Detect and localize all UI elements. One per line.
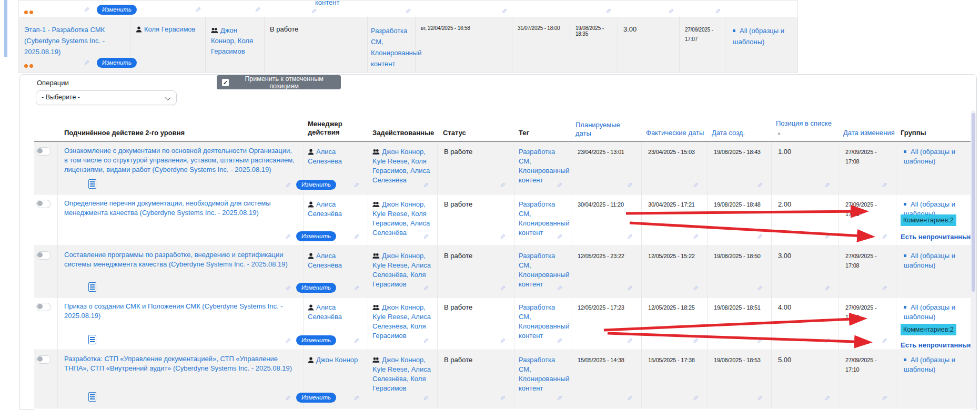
edit-pencil-icon[interactable]: ✎	[882, 395, 887, 402]
edit-pencil-icon[interactable]: ✎	[501, 8, 507, 15]
involved-link[interactable]: Джон Коннор, Kyle Reese, Алиса Селезнёва…	[372, 252, 431, 288]
edit-pencil-icon[interactable]: ✎	[500, 233, 506, 240]
document-icon[interactable]	[88, 179, 96, 189]
edit-pencil-icon[interactable]: ✎	[824, 337, 830, 344]
edit-pencil-icon[interactable]: ✎	[757, 233, 763, 240]
document-icon[interactable]	[88, 335, 96, 344]
edit-pencil-icon[interactable]: ✎	[353, 285, 359, 292]
edit-pencil-icon[interactable]: ✎	[627, 395, 633, 402]
edit-pencil-icon[interactable]: ✎	[757, 182, 763, 189]
edit-pencil-icon[interactable]: ✎	[757, 337, 763, 344]
row-toggle[interactable]	[36, 251, 51, 260]
edit-pencil-icon[interactable]: ✎	[353, 233, 359, 240]
operations-select[interactable]: - Выберите -	[36, 90, 177, 105]
edit-button[interactable]: Изменить	[97, 5, 137, 15]
document-icon[interactable]	[88, 282, 96, 292]
edit-pencil-icon[interactable]: ✎	[693, 233, 699, 240]
apply-to-marked-button[interactable]: ✓ Применить к отмеченным позициям	[217, 75, 341, 89]
manager-link[interactable]: Джон Коннор	[316, 356, 358, 364]
row-toggle[interactable]	[36, 200, 51, 208]
document-icon[interactable]	[88, 392, 96, 402]
group-link[interactable]: All (образцы и шаблоны)	[733, 27, 784, 46]
action-title-link[interactable]: Разработка: СТП «Управление документацие…	[64, 354, 296, 373]
header-modified-sort[interactable]: Дата изменения	[843, 129, 895, 137]
edit-pencil-icon[interactable]: ✎	[824, 182, 830, 189]
edit-pencil-icon[interactable]: ✎	[353, 395, 359, 402]
manager-link[interactable]: Коля Герасимов	[144, 25, 195, 33]
involved-link[interactable]: Джон Коннор, Kyle Reese, Алиса Селезнёва…	[372, 356, 431, 392]
edit-pencil-icon[interactable]: ✎	[285, 285, 291, 292]
edit-pencil-icon[interactable]: ✎	[557, 233, 562, 240]
involved-link[interactable]: Джон Коннор, Kyle Reese, Коля Герасимов,…	[372, 200, 430, 237]
edit-pencil-icon[interactable]: ✎	[882, 337, 887, 344]
tag-link-clipped[interactable]: контент	[315, 0, 339, 6]
edit-pencil-icon[interactable]: ✎	[405, 8, 411, 15]
vertical-scrollbar[interactable]	[971, 110, 976, 409]
edit-pencil-icon[interactable]: ✎	[757, 285, 763, 292]
edit-pencil-icon[interactable]: ✎	[423, 337, 429, 344]
header-position-sort[interactable]: Позиция в списке	[776, 119, 832, 127]
group-link[interactable]: All (образцы и шаблоны)	[904, 148, 955, 165]
edit-pencil-icon[interactable]: ✎	[500, 285, 506, 292]
involved-link[interactable]: Джон Коннор, Kyle Reese, Алиса Селезнёва…	[372, 303, 431, 340]
edit-pencil-icon[interactable]: ✎	[693, 395, 699, 402]
tag-link[interactable]: Разработка СМ, Клонированный контент	[519, 200, 569, 237]
edit-pencil-icon[interactable]: ✎	[500, 337, 506, 344]
edit-pencil-icon[interactable]: ✎	[195, 6, 201, 13]
action-title-link[interactable]: Ознакомление с документами по основной д…	[64, 146, 296, 175]
edit-pencil-icon[interactable]: ✎	[693, 337, 699, 344]
tag-link[interactable]: Разработка СМ, Клонированный контент	[371, 27, 421, 68]
tag-link[interactable]: Разработка СМ, Клонированный контент	[519, 148, 569, 184]
edit-pencil-icon[interactable]: ✎	[500, 182, 506, 189]
edit-pencil-icon[interactable]: ✎	[285, 182, 291, 189]
edit-pencil-icon[interactable]: ✎	[285, 337, 291, 344]
edit-pencil-icon[interactable]: ✎	[285, 233, 291, 240]
scrollbar-thumb[interactable]	[972, 113, 975, 292]
edit-pencil-icon[interactable]: ✎	[84, 59, 89, 66]
edit-pencil-icon[interactable]: ✎	[423, 182, 429, 189]
header-planned-sort[interactable]: Планируемые даты	[575, 121, 628, 138]
edit-pencil-icon[interactable]: ✎	[500, 395, 506, 402]
edit-pencil-icon[interactable]: ✎	[311, 8, 317, 15]
edit-pencil-icon[interactable]: ✎	[255, 6, 260, 13]
edit-pencil-icon[interactable]: ✎	[557, 395, 562, 402]
edit-pencil-icon[interactable]: ✎	[84, 6, 89, 13]
tag-link[interactable]: Разработка СМ, Клонированный контент	[519, 356, 569, 392]
header-actual-sort[interactable]: Фактические даты	[646, 129, 704, 137]
edit-pencil-icon[interactable]: ✎	[693, 285, 699, 292]
edit-pencil-icon[interactable]: ✎	[557, 182, 562, 189]
edit-pencil-icon[interactable]: ✎	[627, 233, 633, 240]
edit-pencil-icon[interactable]: ✎	[882, 285, 887, 292]
action-title-link[interactable]: Определение перечня документации, необхо…	[64, 199, 296, 218]
edit-pencil-icon[interactable]: ✎	[693, 182, 699, 189]
involved-link[interactable]: Джон Коннор, Kyle Reese, Коля Герасимов,…	[372, 148, 430, 184]
edit-pencil-icon[interactable]: ✎	[882, 233, 887, 240]
edit-pencil-icon[interactable]: ✎	[824, 395, 830, 402]
group-link[interactable]: All (образцы и шаблоны)	[904, 252, 955, 269]
action-title-link[interactable]: Составление программы по разработке, вне…	[64, 250, 296, 269]
tag-link[interactable]: Разработка СМ, Клонированный контент	[519, 252, 569, 288]
tag-link[interactable]: Разработка СМ, Клонированный контент	[519, 303, 569, 340]
edit-pencil-icon[interactable]: ✎	[824, 233, 830, 240]
edit-pencil-icon[interactable]: ✎	[627, 182, 633, 189]
header-created-sort[interactable]: Дата созд.	[712, 129, 745, 137]
row-toggle[interactable]	[36, 147, 51, 156]
group-link[interactable]: All (образцы и шаблоны)	[904, 356, 955, 373]
edit-pencil-icon[interactable]: ✎	[557, 285, 562, 292]
edit-pencil-icon[interactable]: ✎	[668, 8, 674, 15]
edit-pencil-icon[interactable]: ✎	[627, 337, 633, 344]
edit-pencil-icon[interactable]: ✎	[824, 285, 830, 292]
edit-pencil-icon[interactable]: ✎	[882, 182, 887, 189]
edit-pencil-icon[interactable]: ✎	[423, 285, 429, 292]
edit-pencil-icon[interactable]: ✎	[423, 395, 429, 402]
row-toggle[interactable]	[36, 355, 51, 364]
group-link[interactable]: All (образцы и шаблоны)	[904, 303, 955, 321]
edit-pencil-icon[interactable]: ✎	[353, 337, 359, 344]
edit-pencil-icon[interactable]: ✎	[423, 233, 429, 240]
row-toggle[interactable]	[36, 303, 51, 311]
edit-pencil-icon[interactable]: ✎	[757, 395, 763, 402]
edit-pencil-icon[interactable]: ✎	[715, 8, 721, 15]
edit-pencil-icon[interactable]: ✎	[285, 395, 291, 402]
edit-pencil-icon[interactable]: ✎	[353, 182, 359, 189]
edit-pencil-icon[interactable]: ✎	[627, 285, 633, 292]
